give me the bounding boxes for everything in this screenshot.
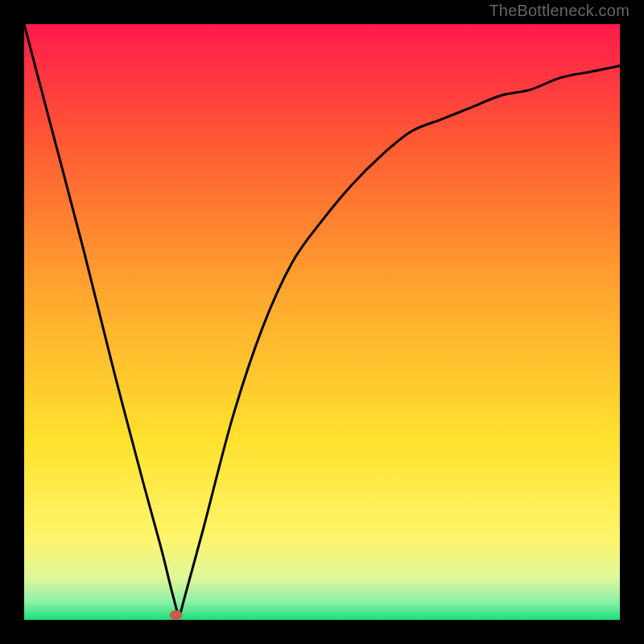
gradient-background	[24, 24, 620, 620]
plot-area	[24, 24, 620, 620]
optimal-point-marker	[170, 610, 183, 620]
bottleneck-chart	[24, 24, 620, 620]
watermark-text: TheBottleneck.com	[489, 2, 630, 20]
chart-frame: TheBottleneck.com	[0, 0, 644, 644]
